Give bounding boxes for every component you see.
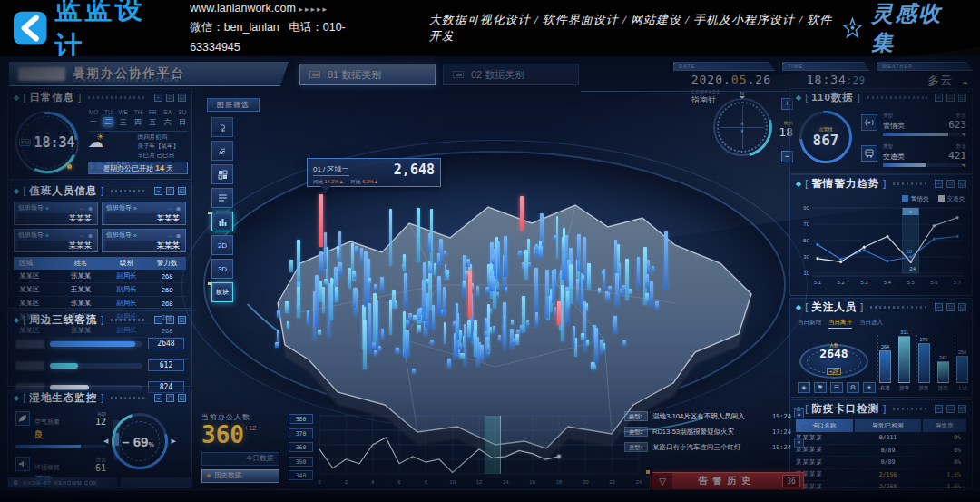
3d-view-button[interactable]: 3D [211, 259, 233, 279]
duty-leader-card[interactable]: 值班领导»⋯ ⊗某某某 [102, 229, 186, 252]
alert-history-banner[interactable]: ▽ 告警历史 36 [652, 472, 804, 490]
panel-title: 湿地生态监控 [29, 391, 97, 405]
duty-leader-card[interactable]: 值班领导»⋯ ⊗某某某 [102, 202, 186, 225]
alert-type-tag: 类型2 [624, 427, 648, 437]
panel-expand-icon[interactable]: ◱ [178, 394, 186, 402]
weekday-en: SU [177, 109, 188, 115]
panel-window-icon[interactable]: □ [166, 94, 174, 102]
panel-window-icon[interactable]: □ [946, 180, 955, 188]
alert-row[interactable]: 类型2RD13-53烟感报警疑似火灾17:24 [624, 424, 791, 439]
panel-minimize-icon[interactable]: − [935, 303, 943, 311]
list-layer-button[interactable] [211, 188, 233, 208]
panel-expand-icon[interactable]: ◱ [958, 405, 966, 413]
website-link[interactable]: www.lanlanwork.com [190, 2, 296, 15]
panel-minimize-icon[interactable]: − [154, 394, 162, 402]
svg-text:5.5: 5.5 [906, 280, 915, 285]
card-more-icon[interactable]: ⋯ [79, 206, 85, 212]
corner-deco: ◆ [796, 303, 801, 311]
panel-minimize-icon[interactable]: − [935, 94, 943, 102]
history-data-button[interactable]: 历史数据 [201, 469, 279, 483]
panel-minimize-icon[interactable]: − [935, 405, 943, 413]
card-more-icon[interactable]: ⋯ [167, 233, 173, 239]
gauge-arrow-right[interactable]: ▶ [172, 438, 176, 445]
filter-icon-5[interactable]: ✦ [863, 382, 876, 393]
panel-minimize-icon[interactable]: − [154, 316, 162, 324]
panel-minimize-icon[interactable]: − [935, 180, 943, 188]
today-data-button[interactable]: 今日数据 [201, 452, 279, 466]
panel-expand-icon[interactable]: ◱ [178, 316, 186, 324]
svg-text:5.6: 5.6 [930, 280, 938, 285]
tab-left-today[interactable]: 当日离开 [828, 319, 852, 329]
alert-row[interactable]: 类型1湿地3-104片区有不明人员闯入19:24 [624, 408, 791, 424]
filter-icon-2[interactable]: ⚑ [814, 382, 827, 393]
panel-expand-icon[interactable]: ◱ [958, 303, 966, 311]
card-more-icon[interactable]: ⋯ [167, 206, 173, 212]
scroll-up-icon[interactable]: ▲ [794, 408, 804, 418]
checkpoint-row[interactable]: 某某某某2/1561.6% [796, 469, 966, 482]
panel-window-icon[interactable]: □ [946, 94, 955, 102]
alert-type-row: 类型数量 警情类623 [861, 113, 966, 136]
filter-icon-1[interactable]: ◈ [798, 382, 810, 393]
gauge-arrow-left[interactable]: ◀ [103, 438, 108, 445]
panel-expand-icon[interactable]: ◱ [958, 94, 966, 102]
panel-window-icon[interactable]: □ [166, 187, 174, 195]
panel-minimize-icon[interactable]: − [154, 187, 162, 195]
chart-layer-button[interactable] [211, 212, 233, 231]
svg-text:30: 30 [906, 249, 912, 254]
y-axis-label: 360 [289, 442, 313, 452]
noise-item: 环境噪音 正常 分贝 61 [15, 457, 106, 493]
filter-icon-4[interactable]: ⚙ [847, 382, 859, 393]
panel-window-icon[interactable]: □ [946, 303, 955, 311]
bar-label: 上访 [957, 385, 967, 391]
tab-data-category-1[interactable]: 01 数据类别 [299, 64, 436, 85]
checkpoint-row[interactable]: 某某某某0/3110% [796, 432, 966, 445]
card-close-icon[interactable]: ⊗ [88, 233, 93, 239]
table-row[interactable]: 某某区张某某副局长268 [14, 270, 186, 283]
tab-entered-today[interactable]: 当日进入 [859, 319, 883, 329]
signal-layer-button[interactable] [211, 141, 233, 161]
duty-leader-card[interactable]: 值班领导»⋯ ⊗某某某 [14, 202, 98, 225]
grid-layer-button[interactable] [211, 164, 233, 184]
panel-minimize-icon[interactable]: − [154, 94, 162, 102]
panel-expand-icon[interactable]: ◱ [958, 180, 966, 188]
svg-text:20: 20 [583, 479, 589, 485]
compass-dial[interactable]: N ∧∨ [713, 98, 771, 156]
bar [898, 336, 910, 383]
panel-duty-staff: ◆[ 值班人员信息 ] − □ ◱ 值班领导»⋯ ⊗某某某值班领导»⋯ ⊗某某某… [7, 182, 192, 309]
block-view-button[interactable]: 板块 [211, 282, 233, 302]
filter-icon-3[interactable]: ☰ [830, 382, 843, 393]
weekday-cn: 日 [177, 117, 188, 127]
card-more-icon[interactable]: ⋯ [79, 233, 85, 239]
card-close-icon[interactable]: ⊗ [176, 233, 181, 239]
panel-expand-icon[interactable]: ◱ [178, 94, 186, 102]
card-close-icon[interactable]: ⊗ [88, 206, 93, 212]
duty-leader-card[interactable]: 值班领导»⋯ ⊗某某某 [14, 229, 98, 252]
checkpoint-row[interactable]: 某某某某0/890% [796, 445, 966, 458]
panel-window-icon[interactable]: □ [946, 405, 955, 413]
scroll-down-icon[interactable]: ▼ [794, 438, 804, 448]
table-row[interactable]: 某某区张某某副局长268 [14, 297, 186, 310]
checkpoint-row[interactable]: 某某某某0/890% [796, 457, 966, 469]
collect-label: 灵感收集 [871, 0, 962, 57]
weekday-cn: 三 [118, 117, 129, 127]
camera-layer-button[interactable] [211, 117, 233, 137]
alert-row[interactable]: 类型4某路口有小汽车连闯三个红灯19:24 [624, 439, 791, 455]
services-list: 大数据可视化设计 / 软件界面设计 / 网站建设 / 手机及小程序设计 / 软件… [429, 12, 842, 44]
card-close-icon[interactable]: ⊗ [176, 206, 181, 212]
y-axis-label: 340 [289, 470, 313, 480]
inspiration-collect[interactable]: 灵感收集 [841, 0, 962, 57]
panel-window-icon[interactable]: □ [166, 394, 174, 402]
tab-new-today[interactable]: 当日新增 [798, 319, 821, 329]
inspiration-icon [841, 16, 864, 40]
panel-title: 防疫卡口检测 [811, 402, 879, 416]
trend-line-chart[interactable]: 9070503010∨30245.15.25.35.45.55.65.7 [794, 202, 970, 293]
tab-data-category-2[interactable]: 02 数据类别 [443, 64, 579, 85]
panel-expand-icon[interactable]: ◱ [178, 187, 186, 195]
table-row[interactable]: 某某区王某某副局长268 [14, 283, 186, 297]
bar [937, 361, 949, 383]
blurred-label [15, 361, 44, 370]
2d-view-button[interactable]: 2D [211, 235, 233, 255]
panel-window-icon[interactable]: □ [166, 316, 174, 324]
office-line-chart[interactable]: 024681012141618202224 [316, 410, 646, 492]
tab-icon [309, 71, 320, 78]
